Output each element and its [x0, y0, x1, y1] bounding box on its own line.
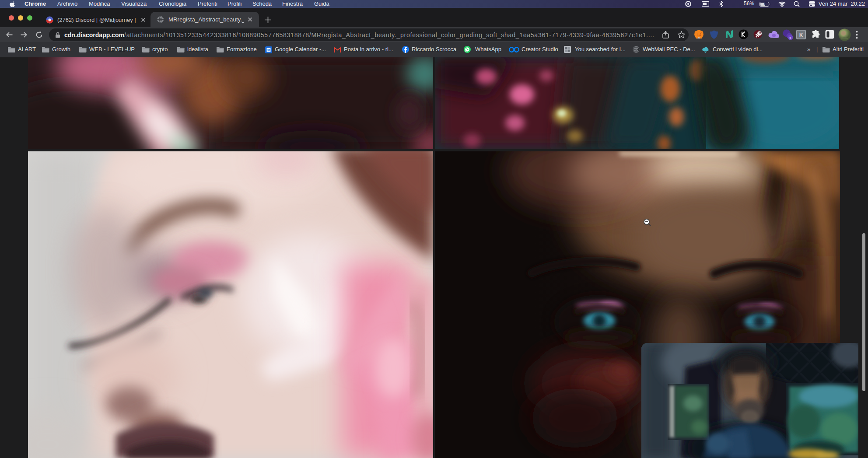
- svg-text:K: K: [799, 32, 803, 38]
- svg-text:31: 31: [267, 49, 270, 52]
- svg-text:5: 5: [789, 36, 791, 40]
